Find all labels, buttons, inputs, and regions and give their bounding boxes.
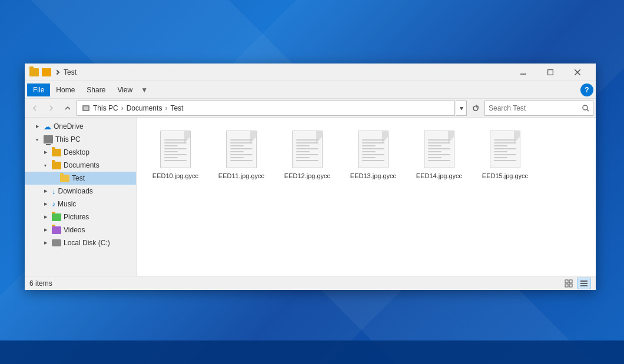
videos-folder-icon — [52, 226, 61, 234]
file-name: EED10.jpg.gycc — [152, 172, 198, 180]
file-page — [292, 131, 323, 168]
address-path[interactable]: This PC › Documents › Test — [77, 101, 455, 116]
path-sep-2: › — [165, 104, 167, 112]
file-line — [296, 139, 318, 141]
grid-view-button[interactable] — [562, 278, 576, 289]
expand-downloads-icon — [41, 187, 49, 195]
sidebar-item-onedrive[interactable]: ☁ OneDrive — [25, 120, 136, 133]
file-line — [296, 142, 318, 143]
desktop-folder-icon — [52, 149, 61, 156]
file-line — [164, 148, 187, 149]
file-page — [424, 131, 454, 168]
sidebar-item-local-disk[interactable]: Local Disk (C:) — [25, 236, 136, 249]
download-icon: ↓ — [52, 187, 56, 196]
file-page-lines — [428, 139, 450, 161]
list-view-button[interactable] — [577, 278, 591, 289]
menu-tab-share[interactable]: Share — [81, 84, 111, 96]
file-item[interactable]: EED15.jpg.gycc — [476, 127, 535, 182]
svg-point-6 — [583, 105, 588, 110]
help-button[interactable]: ? — [580, 84, 593, 96]
search-box[interactable] — [484, 101, 593, 116]
menu-expand-button[interactable]: ▼ — [138, 81, 150, 99]
file-line — [296, 151, 310, 152]
path-segment: This PC › Documents › Test — [82, 104, 183, 112]
expand-desktop-icon — [41, 148, 49, 156]
cloud-icon: ☁ — [44, 122, 51, 131]
menu-tab-home[interactable]: Home — [50, 84, 81, 96]
sidebar-label-downloads: Downloads — [58, 187, 93, 195]
forward-button[interactable] — [44, 101, 59, 116]
file-line — [362, 142, 384, 143]
drive-icon — [52, 239, 61, 246]
file-line — [296, 160, 318, 161]
file-item[interactable]: EED14.jpg.gycc — [410, 127, 469, 182]
menu-bar: File Home Share View ▼ ? — [25, 81, 596, 99]
minimize-button[interactable] — [510, 64, 537, 81]
file-line — [296, 157, 310, 158]
sidebar-item-music[interactable]: ♪ Music — [25, 198, 136, 211]
menu-tab-file[interactable]: File — [27, 84, 50, 96]
back-button[interactable] — [27, 101, 42, 116]
up-button[interactable] — [60, 101, 75, 116]
file-line — [164, 154, 187, 155]
sidebar-label-pictures: Pictures — [64, 213, 89, 221]
file-area: EED10.jpg.gycc EED11.jpg.gycc — [137, 118, 596, 276]
explorer-window: Test File Home Share View ▼ ? — [25, 64, 596, 290]
file-page — [226, 131, 257, 168]
file-line — [230, 154, 253, 155]
file-line — [428, 145, 442, 146]
file-line — [230, 139, 253, 141]
path-documents: Documents — [127, 104, 162, 112]
file-page-lines — [494, 139, 516, 161]
file-line — [296, 145, 310, 146]
expand-music-icon — [41, 200, 49, 208]
pc-icon — [44, 135, 53, 143]
sidebar-item-videos[interactable]: Videos — [25, 223, 136, 236]
taskbar — [0, 340, 624, 364]
title-icons — [29, 68, 61, 76]
file-item[interactable]: EED10.jpg.gycc — [146, 127, 205, 182]
sidebar-item-desktop[interactable]: Desktop — [25, 146, 136, 159]
file-line — [494, 157, 507, 158]
sidebar-item-documents[interactable]: Documents — [25, 159, 136, 172]
sidebar-item-pictures[interactable]: Pictures — [25, 211, 136, 223]
svg-rect-11 — [569, 284, 572, 287]
close-button[interactable] — [564, 64, 591, 81]
refresh-button[interactable] — [468, 101, 483, 116]
menu-tab-view[interactable]: View — [111, 84, 138, 96]
maximize-button[interactable] — [537, 64, 564, 81]
sidebar-item-test[interactable]: Test — [25, 172, 136, 185]
file-icon — [423, 129, 456, 169]
address-dropdown-button[interactable]: ▾ — [456, 101, 467, 116]
search-input[interactable] — [489, 104, 580, 112]
file-item[interactable]: EED13.jpg.gycc — [344, 127, 403, 182]
file-icon — [291, 129, 324, 169]
test-folder-icon — [60, 175, 69, 182]
sidebar-label-videos: Videos — [64, 226, 85, 234]
path-test: Test — [170, 104, 183, 112]
file-item[interactable]: EED11.jpg.gycc — [212, 127, 271, 182]
file-line — [164, 157, 178, 158]
file-name: EED12.jpg.gycc — [284, 172, 330, 180]
file-line — [428, 160, 450, 161]
file-name: EED11.jpg.gycc — [218, 172, 264, 180]
file-page-lines — [230, 139, 253, 161]
window-title: Test — [64, 68, 510, 76]
file-line — [230, 142, 253, 143]
sidebar-item-this-pc[interactable]: This PC — [25, 133, 136, 146]
file-line — [428, 139, 450, 141]
expand-pictures-icon — [41, 213, 49, 221]
sidebar-label-test: Test — [72, 174, 85, 182]
path-sep-1: › — [121, 104, 124, 112]
music-icon: ♪ — [52, 200, 55, 208]
file-line — [494, 145, 507, 146]
file-page — [358, 131, 389, 168]
file-line — [362, 139, 384, 141]
file-line — [230, 148, 253, 149]
sidebar: ☁ OneDrive This PC Desktop Documents — [25, 118, 137, 276]
file-name: EED13.jpg.gycc — [350, 172, 396, 180]
file-item[interactable]: EED12.jpg.gycc — [278, 127, 337, 182]
file-line — [428, 157, 442, 158]
sidebar-item-downloads[interactable]: ↓ Downloads — [25, 185, 136, 198]
file-line — [494, 142, 516, 143]
